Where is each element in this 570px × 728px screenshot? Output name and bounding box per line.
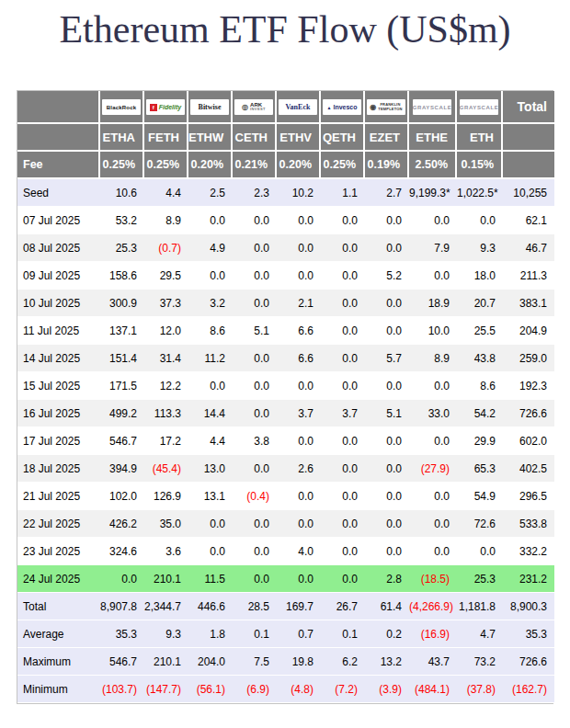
- value-cell: 13.0: [188, 455, 233, 483]
- value-cell: 0.0: [409, 510, 457, 538]
- value-cell: (18.5): [409, 565, 457, 593]
- value-cell: 73.2: [457, 648, 503, 676]
- value-cell: 1.1: [321, 179, 365, 207]
- value-cell: 25.3: [100, 234, 144, 262]
- value-cell: 0.0: [321, 317, 365, 345]
- value-cell: 0.0: [409, 207, 457, 234]
- value-cell: 4.4: [144, 179, 188, 207]
- value-cell: (56.1): [188, 676, 233, 703]
- invesco-logo: ▲Invesco: [323, 99, 361, 115]
- value-cell: 9.3: [457, 234, 503, 262]
- logo-text: VanEck: [286, 103, 311, 111]
- value-cell: 0.1: [321, 620, 365, 648]
- logo-text: FRANKLINTEMPLETON: [378, 103, 402, 110]
- ticker-row-label-cell: [17, 124, 100, 152]
- table-row: 09 Jul 2025158.629.50.00.00.00.05.20.018…: [17, 262, 554, 290]
- total-cell: 332.2: [503, 538, 554, 565]
- row-label-cell: Average: [17, 620, 100, 648]
- row-label-cell: Seed: [17, 179, 100, 207]
- value-cell: 137.1: [100, 317, 144, 345]
- value-cell: 2.6: [277, 455, 321, 483]
- total-cell: 8,900.3: [503, 593, 554, 620]
- value-cell: 0.0: [409, 427, 457, 455]
- value-cell: 13.1: [188, 483, 233, 510]
- fee-row: Fee0.25%0.25%0.20%0.21%0.20%0.25%0.19%2.…: [17, 152, 554, 179]
- total-cell: 62.1: [503, 207, 554, 234]
- value-cell: 324.6: [100, 538, 144, 565]
- row-label-cell: Total: [17, 593, 100, 620]
- table-row: 22 Jul 2025426.235.00.00.00.00.00.00.072…: [17, 510, 554, 538]
- provider-logo-cell: ◎ARKINVEST: [233, 91, 277, 124]
- row-label-cell: 09 Jul 2025: [17, 262, 100, 290]
- value-cell: (3.9): [365, 676, 409, 703]
- value-cell: 0.0: [233, 262, 277, 290]
- value-cell: 53.2: [100, 207, 144, 234]
- vaneck-logo: VanEck: [279, 99, 317, 115]
- value-cell: 5.1: [233, 317, 277, 345]
- table-row: 21 Jul 2025102.0126.913.1(0.4)0.00.00.00…: [17, 483, 554, 510]
- value-cell: 0.0: [100, 565, 144, 593]
- value-cell: 0.0: [277, 483, 321, 510]
- value-cell: 0.0: [233, 565, 277, 593]
- value-cell: 25.5: [457, 317, 503, 345]
- value-cell: 17.2: [144, 427, 188, 455]
- value-cell: 210.1: [144, 565, 188, 593]
- value-cell: 2,344.7: [144, 593, 188, 620]
- value-cell: 2.8: [365, 565, 409, 593]
- value-cell: 0.0: [277, 372, 321, 400]
- provider-logo-cell: ◉FRANKLINTEMPLETON: [365, 91, 409, 124]
- value-cell: 4.9: [188, 234, 233, 262]
- franklin-circle-icon: ◉: [370, 104, 376, 111]
- value-cell: 35.3: [100, 620, 144, 648]
- value-cell: 5.7: [365, 345, 409, 372]
- ticker-cell: ETHA: [100, 124, 144, 152]
- provider-logo-cell: BlackRock: [100, 91, 144, 124]
- value-cell: 11.5: [188, 565, 233, 593]
- value-cell: 0.0: [409, 262, 457, 290]
- provider-logo-cell: VanEck: [277, 91, 321, 124]
- value-cell: 54.2: [457, 400, 503, 427]
- value-cell: (45.4): [144, 455, 188, 483]
- value-cell: 0.2: [365, 620, 409, 648]
- total-cell: 192.3: [503, 372, 554, 400]
- value-cell: 8,907.8: [100, 593, 144, 620]
- ticker-cell: ETHW: [188, 124, 233, 152]
- value-cell: 0.0: [365, 290, 409, 317]
- value-cell: (6.9): [233, 676, 277, 703]
- ticker-cell: EZET: [365, 124, 409, 152]
- provider-logo-cell: fFidelity: [144, 91, 188, 124]
- value-cell: 0.0: [233, 510, 277, 538]
- value-cell: 0.0: [457, 538, 503, 565]
- value-cell: 19.8: [277, 648, 321, 676]
- total-cell: 402.5: [503, 455, 554, 483]
- total-cell: 35.3: [503, 620, 554, 648]
- value-cell: 8.6: [188, 317, 233, 345]
- fee-cell: 0.21%: [233, 152, 277, 179]
- row-label-cell: 10 Jul 2025: [17, 290, 100, 317]
- value-cell: 0.0: [365, 234, 409, 262]
- value-cell: 0.0: [188, 372, 233, 400]
- logo-text-line: INVEST: [250, 108, 266, 112]
- table-corner-cell: [17, 91, 100, 124]
- ticker-cell: ETH: [457, 124, 503, 152]
- total-header-cell: Total: [503, 91, 554, 124]
- fee-cell: 0.15%: [457, 152, 503, 179]
- row-label-cell: 15 Jul 2025: [17, 372, 100, 400]
- value-cell: 0.0: [409, 483, 457, 510]
- etf-flow-table: BlackRockfFidelityBitwise◎ARKINVESTVanEc…: [17, 90, 553, 704]
- value-cell: 8.6: [457, 372, 503, 400]
- ticker-cell: ETHE: [409, 124, 457, 152]
- value-cell: 546.7: [100, 648, 144, 676]
- value-cell: (4,266.9): [409, 593, 457, 620]
- value-cell: 6.6: [277, 317, 321, 345]
- row-label-cell: 21 Jul 2025: [17, 483, 100, 510]
- value-cell: 113.3: [144, 400, 188, 427]
- total-cell: (162.7): [503, 676, 554, 703]
- value-cell: (7.2): [321, 676, 365, 703]
- value-cell: 11.2: [188, 345, 233, 372]
- logo-text: Bitwise: [199, 103, 222, 111]
- value-cell: 300.9: [100, 290, 144, 317]
- total-cell: 726.6: [503, 648, 554, 676]
- value-cell: 2.3: [233, 179, 277, 207]
- value-cell: 0.0: [321, 483, 365, 510]
